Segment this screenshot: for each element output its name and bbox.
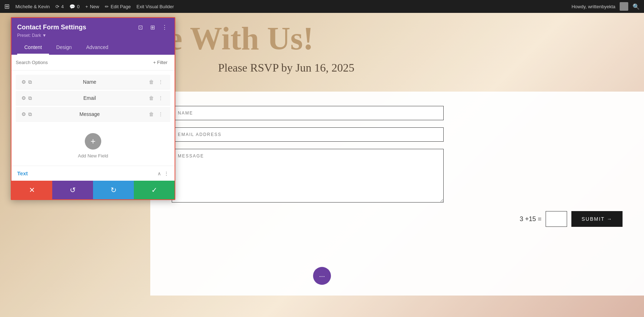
admin-bar: ⊞ Michelle & Kevin ⟳ 4 💬 0 + New ✏ Edit … [0, 0, 644, 13]
text-section-label: Text [17, 170, 157, 176]
field-more-icon[interactable]: ⋮ [157, 78, 165, 86]
panel-tabs: Content Design Advanced [11, 41, 175, 55]
admin-bar-right: Howdy, writtenbyekta 🔍 [571, 2, 640, 11]
comments-count: 0 [77, 4, 79, 9]
field-more-icon-message[interactable]: ⋮ [157, 111, 165, 118]
field-name-label: Name [35, 79, 144, 85]
name-input[interactable] [172, 106, 444, 120]
more-options-icon[interactable]: ⋮ [160, 23, 169, 31]
add-field-area: + Add New Field [11, 126, 175, 166]
panel-header-top: Contact Form Settings ⊡ ⊞ ⋮ [17, 23, 169, 31]
field-delete-icon-message[interactable]: 🗑 [147, 111, 155, 118]
new-label: New [90, 4, 99, 9]
field-actions: 🗑 ⋮ [147, 78, 165, 86]
text-section-collapse-icon[interactable]: ∧ [157, 171, 161, 176]
field-row-icons-email: ⚙ ⧉ [21, 95, 32, 101]
field-settings-icon-email[interactable]: ⚙ [21, 95, 26, 101]
tab-advanced[interactable]: Advanced [79, 41, 116, 55]
comments-icon: 💬 [69, 4, 75, 9]
site-name[interactable]: Michelle & Kevin [15, 4, 50, 9]
edit-page-label: Edit Page [111, 4, 131, 9]
field-actions-email: 🗑 ⋮ [147, 94, 165, 102]
panel-header-icons: ⊡ ⊞ ⋮ [136, 23, 169, 31]
field-row-icons: ⚙ ⧉ [21, 79, 32, 85]
contact-form: 3 +15 = SUBMIT → [150, 92, 644, 296]
add-field-button[interactable]: + [85, 133, 101, 150]
field-row-message: ⚙ ⧉ Message 🗑 ⋮ [16, 107, 170, 122]
submit-button[interactable]: SUBMIT → [571, 211, 623, 227]
redo-button[interactable]: ↻ [93, 181, 134, 199]
exit-builder-label: Exit Visual Builder [137, 4, 174, 9]
email-input[interactable] [172, 127, 444, 142]
edit-page-item[interactable]: ✏ Edit Page [105, 4, 131, 9]
captcha-input[interactable] [546, 211, 567, 227]
tab-design[interactable]: Design [49, 41, 79, 55]
text-section-more-icon[interactable]: ⋮ [164, 171, 169, 176]
field-copy-icon-email[interactable]: ⧉ [28, 95, 32, 101]
comments-item[interactable]: 💬 0 [69, 4, 79, 9]
avatar [620, 2, 628, 11]
email-field [172, 127, 444, 142]
field-name-label-email: Email [35, 95, 144, 101]
field-delete-icon-email[interactable]: 🗑 [147, 94, 155, 102]
field-row-icons-message: ⚙ ⧉ [21, 111, 32, 117]
settings-panel: Contact Form Settings ⊡ ⊞ ⋮ Preset: Dark… [11, 17, 175, 200]
field-actions-message: 🗑 ⋮ [147, 111, 165, 118]
exit-builder-item[interactable]: Exit Visual Builder [137, 4, 174, 9]
field-row-email: ⚙ ⧉ Email 🗑 ⋮ [16, 91, 170, 106]
plus-icon: + [86, 4, 88, 9]
panel-search: + Filter [11, 55, 175, 70]
text-section-icons: ∧ ⋮ [157, 171, 169, 176]
text-section[interactable]: Text ∧ ⋮ [11, 166, 175, 181]
expand-icon[interactable]: ⊞ [148, 23, 157, 31]
field-copy-icon-message[interactable]: ⧉ [28, 111, 32, 117]
field-copy-icon[interactable]: ⧉ [28, 79, 32, 85]
field-more-icon-email[interactable]: ⋮ [157, 94, 165, 102]
tab-content[interactable]: Content [17, 41, 49, 55]
filter-button[interactable]: + Filter [150, 58, 170, 67]
search-input[interactable] [16, 60, 147, 65]
panel-header: Contact Form Settings ⊡ ⊞ ⋮ Preset: Dark… [11, 18, 175, 41]
panel-title: Contact Form Settings [17, 24, 86, 31]
field-settings-icon[interactable]: ⚙ [21, 79, 26, 85]
wp-logo-icon[interactable]: ⊞ [4, 3, 10, 10]
search-icon[interactable]: 🔍 [633, 3, 640, 10]
cancel-button[interactable]: ✕ [11, 181, 52, 199]
form-bottom: 3 +15 = SUBMIT → [172, 211, 623, 227]
captcha-label: 3 +15 = [519, 215, 541, 223]
revisions-count: 4 [61, 4, 64, 9]
name-field [172, 106, 444, 120]
revisions-item[interactable]: ⟳ 4 [55, 4, 64, 9]
add-field-label: Add New Field [78, 153, 108, 158]
field-delete-icon[interactable]: 🗑 [147, 78, 155, 86]
field-name-label-message: Message [35, 111, 144, 117]
preset-selector[interactable]: Preset: Dark ▼ [17, 33, 169, 38]
panel-actions: ✕ ↺ ↻ ✓ [11, 181, 175, 199]
field-list: ⚙ ⧉ Name 🗑 ⋮ ⚙ ⧉ Email 🗑 ⋮ ⚙ ⧉ [11, 70, 175, 126]
site-name-label: Michelle & Kevin [15, 4, 50, 9]
edit-icon: ✏ [105, 4, 109, 9]
undo-button[interactable]: ↺ [52, 181, 93, 199]
new-item[interactable]: + New [86, 4, 99, 9]
revisions-icon: ⟳ [55, 4, 59, 9]
floating-menu-button[interactable]: ··· [313, 267, 331, 285]
message-field [172, 149, 444, 204]
minimize-icon[interactable]: ⊡ [136, 23, 145, 31]
howdy-label: Howdy, writtenbyekta [571, 4, 615, 9]
message-input[interactable] [172, 149, 444, 203]
save-button[interactable]: ✓ [134, 181, 175, 199]
field-row-name: ⚙ ⧉ Name 🗑 ⋮ [16, 75, 170, 89]
field-settings-icon-message[interactable]: ⚙ [21, 111, 26, 117]
